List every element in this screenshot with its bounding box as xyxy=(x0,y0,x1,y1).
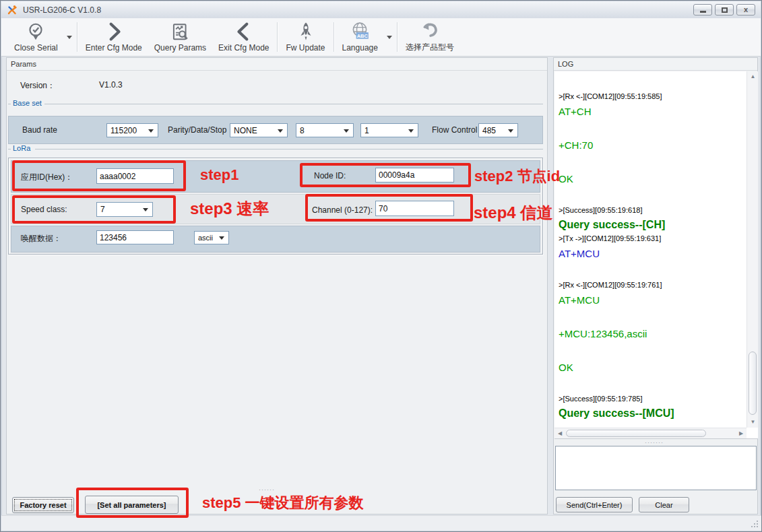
maximize-icon xyxy=(722,7,728,13)
splitter-handle[interactable]: ······ xyxy=(259,486,275,493)
lora-group-label: LoRa xyxy=(11,144,32,152)
close-serial-dropdown[interactable] xyxy=(64,18,75,56)
toolbar-close-serial-button[interactable]: Close Serial xyxy=(8,18,64,56)
lora-row-3 xyxy=(11,226,540,253)
document-search-icon xyxy=(170,22,190,42)
app-window: USR-LG206-C V1.0.8 x Close Serial Enter … xyxy=(0,0,762,532)
stop-bits-select[interactable]: 1 xyxy=(360,123,418,137)
dropdown-arrow-icon xyxy=(278,129,283,133)
toolbar-separator xyxy=(397,22,398,52)
params-panel: Params Version： V1.0.3 Base set Baud rat… xyxy=(6,57,548,514)
toolbar-query-params-button[interactable]: Query Params xyxy=(148,18,212,56)
window-controls: x xyxy=(693,4,755,15)
horizontal-scroll-thumb[interactable] xyxy=(566,430,706,437)
log-line: >[Success][09:55:19:785] xyxy=(559,393,745,405)
log-panel: LOG >[Rx <-][COM12][09:55:19:585]AT+CH +… xyxy=(553,57,758,514)
scroll-up-icon[interactable]: ▲ xyxy=(747,71,759,82)
log-vertical-scrollbar[interactable]: ▲ ▼ xyxy=(747,71,758,428)
log-line: Query success--[MCU] xyxy=(559,405,745,421)
toolbar-label: Close Serial xyxy=(14,43,58,53)
version-value: V1.0.3 xyxy=(99,80,123,90)
log-line: >[Rx <-][COM12][09:55:19:761] xyxy=(559,279,745,292)
log-line: Query success--[CH] xyxy=(559,217,745,232)
log-line: +MCU:123456,ascii xyxy=(559,325,745,342)
svg-text:ABC: ABC xyxy=(357,32,369,38)
flow-control-select[interactable]: 485 xyxy=(478,123,518,137)
params-panel-title: Params xyxy=(7,58,547,71)
rocket-icon xyxy=(296,22,316,42)
toolbar-select-product-button[interactable]: 选择产品型号 xyxy=(400,18,460,56)
flow-control-value: 485 xyxy=(482,126,496,135)
parity-select[interactable]: NONE xyxy=(230,123,288,137)
version-label: Version： xyxy=(20,80,55,92)
vertical-scroll-thumb[interactable] xyxy=(749,352,757,415)
toolbar-label: 选择产品型号 xyxy=(406,42,454,53)
splitter-handle[interactable]: ······· xyxy=(645,439,664,446)
toolbar-separator xyxy=(334,22,334,52)
log-line: AT+MCU xyxy=(559,292,745,308)
log-line xyxy=(559,187,745,204)
log-line xyxy=(559,262,745,279)
scroll-right-icon[interactable]: ▶ xyxy=(736,428,747,438)
log-line: >[Tx ->][COM12][09:55:19:631] xyxy=(559,232,745,245)
baud-rate-value: 115200 xyxy=(110,126,137,135)
log-line xyxy=(559,376,745,393)
log-line xyxy=(559,342,745,359)
annotation-box-step3 xyxy=(12,195,176,224)
toolbar-separator xyxy=(77,22,77,52)
language-dropdown[interactable] xyxy=(384,18,395,56)
log-line xyxy=(559,120,745,137)
log-horizontal-scrollbar[interactable]: ◀ ▶ xyxy=(554,428,747,438)
close-icon: x xyxy=(744,6,748,13)
serial-pin-check-icon xyxy=(26,22,46,42)
base-set-band: Baud rate 115200 Parity/Data/Stop NONE 8… xyxy=(8,116,543,144)
log-line: AT+CH xyxy=(559,103,745,120)
titlebar: USR-LG206-C V1.0.8 x xyxy=(1,1,761,18)
log-line: OK xyxy=(559,359,745,376)
toolbar-label: Enter Cfg Mode xyxy=(86,43,142,53)
baud-rate-label: Baud rate xyxy=(22,125,57,135)
toolbar-exit-cfg-button[interactable]: Exit Cfg Mode xyxy=(212,18,275,56)
minimize-button[interactable] xyxy=(693,4,712,15)
chevron-left-icon xyxy=(234,22,254,42)
annotation-text-step3: step3 速率 xyxy=(190,198,269,220)
factory-reset-button[interactable]: Factory reset xyxy=(12,497,74,513)
chevron-down-icon xyxy=(67,36,72,39)
stop-bits-value: 1 xyxy=(364,126,369,135)
dropdown-arrow-icon xyxy=(148,129,154,133)
toolbar-separator xyxy=(277,22,278,52)
resize-grip-icon[interactable] xyxy=(751,520,759,528)
log-line: OK xyxy=(559,170,745,187)
annotation-text-step1: step1 xyxy=(200,166,239,184)
log-line: >[Rx <-][COM12][09:55:19:585] xyxy=(559,90,745,103)
log-view: >[Rx <-][COM12][09:55:19:585]AT+CH +CH:7… xyxy=(554,71,758,439)
toolbar-label: Fw Update xyxy=(286,43,325,53)
scroll-left-icon[interactable]: ◀ xyxy=(554,428,565,438)
maximize-button[interactable] xyxy=(715,4,734,15)
toolbar-label: Exit Cfg Mode xyxy=(218,43,269,53)
annotation-text-step4: step4 信道 xyxy=(474,202,552,224)
wake-format-value: ascii xyxy=(198,234,213,242)
send-input[interactable] xyxy=(555,446,757,490)
toolbar-language-button[interactable]: ABC Language xyxy=(336,18,384,56)
clear-button[interactable]: Clear xyxy=(639,497,689,512)
group-line xyxy=(35,149,543,149)
baud-rate-select[interactable]: 115200 xyxy=(106,123,158,137)
toolbar-enter-cfg-button[interactable]: Enter Cfg Mode xyxy=(80,18,148,56)
app-logo-icon xyxy=(7,5,18,15)
flow-control-label: Flow Control xyxy=(432,125,477,135)
log-line xyxy=(559,154,745,170)
minimize-icon xyxy=(700,11,706,13)
toolbar-fw-update-button[interactable]: Fw Update xyxy=(280,18,331,56)
log-lines: >[Rx <-][COM12][09:55:19:585]AT+CH +CH:7… xyxy=(554,71,747,428)
close-button[interactable]: x xyxy=(736,4,755,15)
log-line: >[Success][09:55:19:618] xyxy=(559,204,745,217)
dropdown-arrow-icon xyxy=(408,129,414,133)
data-bits-value: 8 xyxy=(300,126,305,135)
wake-data-input[interactable] xyxy=(96,230,174,244)
data-bits-select[interactable]: 8 xyxy=(296,123,354,137)
scroll-down-icon[interactable]: ▼ xyxy=(747,417,759,428)
base-set-group-label: Base set xyxy=(11,99,44,107)
wake-format-select[interactable]: ascii xyxy=(194,231,229,244)
send-button[interactable]: Send(Ctrl+Enter) xyxy=(556,497,633,512)
